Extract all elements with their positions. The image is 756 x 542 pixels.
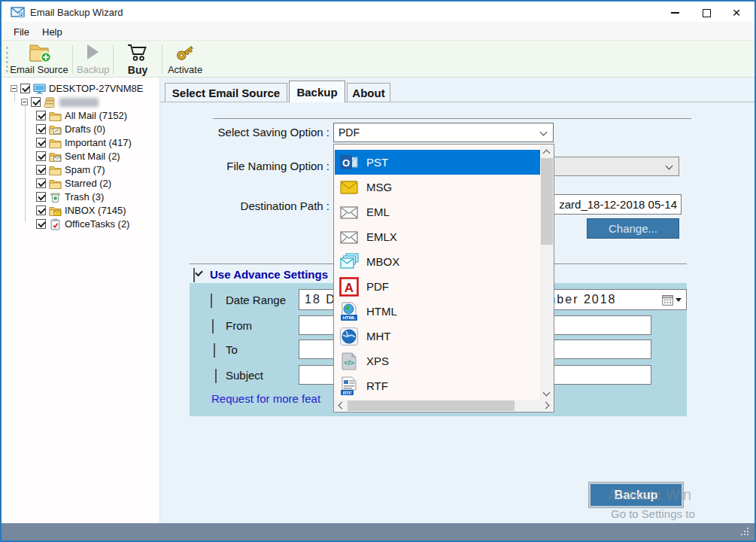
from-label: From [226,319,252,332]
pdf-adobe-icon: A [339,277,359,297]
key-icon [165,43,205,63]
backup-toolbar-button[interactable]: Backup [77,42,108,76]
collapse-expander-icon[interactable] [11,85,17,92]
tree-item-label: OfficeTasks (2) [65,218,129,230]
tree-item-spam[interactable]: Spam (7) [36,163,105,176]
scroll-left-arrow-icon[interactable] [339,402,346,410]
dropdown-item-mbox[interactable]: MBOX [335,249,540,274]
tab-strip-line [159,102,754,102]
tree-checkbox[interactable] [20,84,30,93]
minimize-button[interactable] [664,6,685,20]
maximize-button[interactable] [696,6,717,20]
rtf-doc-icon: RTF [339,376,359,396]
request-features-link[interactable]: Request for more feat [211,392,320,405]
dropdown-item-pst[interactable]: O PST [335,150,540,175]
tree-item-sent-mail[interactable]: Sent Mail (2) [36,150,120,163]
dropdown-item-eml[interactable]: EML [335,199,540,224]
toolbar-separator [162,45,162,74]
date-range-label: Date Range [226,294,286,306]
subject-checkbox[interactable] [215,369,217,383]
dropdown-item-label: PST [366,156,388,169]
tree-checkbox[interactable] [36,138,46,148]
tree-checkbox[interactable] [36,111,46,120]
svg-text:O: O [342,157,350,168]
scroll-right-arrow-icon[interactable] [542,402,550,410]
tab-about[interactable]: About [347,83,390,102]
tree-item-all-mail[interactable]: All Mail (7152) [36,109,127,122]
use-advance-settings-checkbox[interactable] [193,268,195,282]
chevron-down-icon [676,298,682,302]
tree-item-label: DESKTOP-27VNM8E [49,83,143,94]
to-label: To [226,343,238,356]
status-bar [2,523,754,540]
dropdown-item-label: EMLX [366,230,397,243]
dropdown-item-mht[interactable]: MHT [335,324,540,349]
dropdown-item-emlx[interactable]: EMLX [335,224,540,249]
tree-checkbox[interactable] [31,97,41,107]
html-globe-icon: HTML [339,302,359,321]
tree-checkbox[interactable] [36,219,46,229]
window-title: Email Backup Wizard [30,7,123,18]
tasks-clipboard-icon [49,218,62,230]
date-text-right: mber 2018 [545,293,617,306]
account-name-redacted [59,98,99,107]
folder-icon [49,110,62,122]
toolbar-gripper[interactable] [6,47,8,72]
dropdown-item-xps[interactable]: </> XPS [335,349,540,373]
dropdown-vertical-scrollbar[interactable] [540,145,554,400]
email-source-button[interactable]: Email Source [10,42,68,76]
to-checkbox[interactable] [214,343,215,358]
saving-option-combobox[interactable]: PDF [333,123,554,142]
resize-grip[interactable] [741,528,750,537]
scroll-down-arrow-icon[interactable] [543,389,551,397]
tree-item-important[interactable]: Important (417) [36,136,132,149]
mht-globe-icon [339,327,359,346]
tree-item-label: Trash (3) [65,191,104,202]
dropdown-item-label: EML [366,206,390,218]
tree-checkbox[interactable] [36,151,46,161]
scroll-up-arrow-icon[interactable] [543,150,551,157]
tree-checkbox[interactable] [36,206,46,215]
svg-text:A: A [345,280,354,294]
tree-checkbox[interactable] [36,124,46,134]
tree-item-officetasks[interactable]: OfficeTasks (2) [36,218,129,230]
tree-item-drafts[interactable]: Drafts (0) [36,123,105,136]
dropdown-horizontal-scrollbar[interactable] [335,400,554,412]
dropdown-item-label: MHT [366,330,391,343]
separator [213,118,691,119]
tree-checkbox[interactable] [36,178,46,188]
activate-windows-watermark: Activate Win [608,486,691,504]
collapse-expander-icon[interactable] [21,99,28,105]
activate-button[interactable]: Activate [165,42,205,76]
tree-item-trash[interactable]: Trash (3) [36,190,104,203]
tree-item-computer[interactable]: DESKTOP-27VNM8E [11,82,143,95]
tree-item-inbox[interactable]: INBOX (7145) [36,204,126,217]
dropdown-item-html[interactable]: HTML HTML [335,299,540,324]
tab-backup[interactable]: Backup [289,81,345,102]
dropdown-item-label: XPS [366,355,389,367]
dropdown-item-pdf[interactable]: A PDF [335,274,540,299]
tree-item-starred[interactable]: Starred (2) [36,177,111,190]
dropdown-item-rtf[interactable]: RTF RTF [335,373,540,398]
tree-item-account[interactable] [21,96,99,108]
horizontal-scroll-thumb[interactable] [348,400,515,411]
close-button[interactable]: × [726,6,747,20]
tab-select-email-source[interactable]: Select Email Source [165,83,287,102]
tree-checkbox[interactable] [36,165,46,175]
from-checkbox[interactable] [212,319,214,333]
vertical-scroll-thumb[interactable] [541,158,553,245]
dropdown-item-msg[interactable]: MSG [335,175,540,199]
menu-help[interactable]: Help [38,25,67,39]
calendar-dropdown-button[interactable] [662,294,682,306]
date-range-checkbox[interactable] [211,294,212,308]
emlx-envelope-icon [339,227,359,247]
cart-icon [116,43,159,63]
change-button[interactable]: Change... [587,218,679,239]
email-source-folder-add-icon [10,43,68,63]
tree-checkbox[interactable] [36,192,46,202]
app-mail-icon [11,7,26,18]
buy-now-button[interactable]: Buy Now [116,42,159,76]
toolbar: Email Source Backup Buy Now Activate [2,41,754,78]
account-icon [44,96,56,108]
menu-file[interactable]: File [9,25,34,39]
